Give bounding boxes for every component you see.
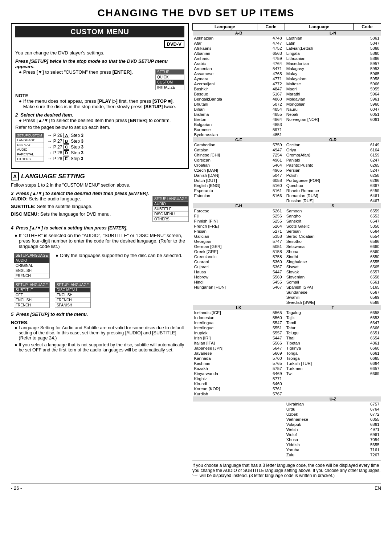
table-row: Corsican4961Panjabi6247 (193, 158, 381, 163)
bullet-symbol: ● (19, 69, 22, 75)
audio-section: AUDIO: Sets the audio language. (11, 196, 147, 201)
table-row: Assamese4765Malay5965 (193, 71, 381, 76)
table-row: Wolof6961 (193, 432, 381, 437)
page: CHANGING THE DVD SET UP ITEMS CUSTOM MEN… (0, 0, 392, 554)
table-row: Georgian5747Sesotho6566 (193, 239, 381, 244)
table-row: Amharic4759Lithuanian5866 (193, 56, 381, 61)
page-footer: - 26 - EN (11, 484, 381, 491)
disc-menu-desc: Sets the language for DVD menu. (40, 211, 111, 217)
table-row: Byelorussian4851 (193, 132, 381, 137)
subtitle-submenu: SETUPLANGUAGE SUBTITLE OFF ENGLISH FRENC… (14, 282, 50, 308)
dvd-badge-row: DVD-V (15, 40, 184, 50)
table-row: Volapuk6861 (193, 422, 381, 427)
table-row: Aymara4771Malayalam5958 (193, 76, 381, 81)
step5-bold: 5 Press [SETUP] to exit the menu. (11, 311, 189, 317)
table-row: Sundanese6567 (193, 290, 381, 295)
notes-bullet2: ● If you select a language that is not s… (15, 342, 189, 353)
audio-submenu: SETUPLANGUAGE AUDIO ORIGINAL ENGLISH FRE… (14, 253, 50, 278)
audio-label: AUDIO: (11, 196, 28, 201)
note1-text: If the menu does not appear, press [PLAY… (23, 98, 184, 109)
table-row: Catalan4947Oriya6164 (193, 147, 381, 152)
left-column: CUSTOM MENU DVD-V You can change the DVD… (11, 23, 189, 478)
table-row: Japanese [JPN]5647Tigrinya6660 (193, 346, 381, 351)
table-row: Czech [DAN]4965Persian5247 (193, 168, 381, 173)
language-table: Language Code Language Code A-BL-NAbkhaz… (192, 23, 381, 457)
table-row: English [ENG]5160Quechua6367 (193, 183, 381, 188)
notes2-text: If you select a language that is not sup… (19, 342, 189, 353)
mini-menu-initialize: INITIALIZE (156, 85, 184, 90)
table-row: Kashmiri5765Turkish [TUR]6664 (193, 361, 381, 366)
discmenu-submenu: SETUPLANGUAGE DISC MENU ENGLISH FRENCH S… (55, 282, 91, 308)
setup-custom-diagram: SETUPCUSTOM LANGUAGE DISPLAY AUDIO PAREN… (15, 133, 44, 162)
table-row: Swedish [SWE]6568 (193, 300, 381, 305)
diag-setup-custom: SETUPCUSTOM LANGUAGE DISPLAY AUDIO PAREN… (15, 133, 44, 162)
subtitle-section: SUBTITLE: Sets the subtitle language. (11, 204, 147, 209)
step2-bold: 2 Select the desired item. (15, 112, 184, 118)
col4-header: Code (353, 24, 381, 30)
table-row: Kirghiz5771 (193, 376, 381, 381)
table-row: Irish [IRI]5447Thai6654 (193, 335, 381, 341)
lang-submenu-row: SETUPLANGUAGE AUDIO ORIGINAL ENGLISH FRE… (11, 253, 189, 280)
step2-bullet1: ● Press [▲/▼] to select the desired item… (19, 118, 184, 123)
dvd-v-badge: DVD-V (164, 40, 184, 48)
setup-language-menu: SETUPLANGUAGE AUDIO SUBTITLE DISC MENU O… (152, 196, 189, 222)
step3-bold: 3 Press [▲/▼] to select the desired item… (11, 191, 189, 196)
table-row: Faroese5261Samoan6559 (193, 208, 381, 213)
table-row: French [FRE]5264Scots Gaelic5350 (193, 224, 381, 229)
lang-settings-row: AUDIO: Sets the audio language. SUBTITLE… (11, 196, 189, 223)
table-row: Kirundi6460 (193, 381, 381, 386)
table-row: Indonesian5560Tajik6653 (193, 315, 381, 320)
note-label: NOTE (15, 93, 28, 98)
bullet2-text: Only the languages supported by the disc… (60, 253, 183, 258)
step-row-c: → P 27 C Step 3 (48, 144, 83, 150)
step-row-d: → P 28 D Step 3 (48, 150, 83, 155)
other-bullet: ● If "OTHER" is selected on the "AUDIO",… (15, 233, 189, 249)
table-row: Bashkir4847Maori5955 (193, 86, 381, 91)
audio-desc: Sets the audio language. (29, 196, 81, 201)
table-row: Yiddish5655 (193, 442, 381, 447)
step2-refer-text: Refer to the pages below to set up each … (15, 125, 184, 130)
table-row: Afrikaans4752Latvian;Lettish5868 (193, 46, 381, 51)
custom-menu-title: CUSTOM MENU (15, 26, 184, 37)
mini-menu-custom: CUSTOM (156, 80, 184, 85)
table-row: Italian [ITA]5566Tibetan4861 (193, 341, 381, 346)
table-row: Hausa5447Slovak6557 (193, 269, 381, 274)
step1-bullet1-text: Press [▼] to select "CUSTOM" then press … (23, 69, 133, 75)
table-row: Bhutani5072Mongolian5960 (193, 102, 381, 107)
table-row: Russian [RUS]6467 (193, 198, 381, 203)
table-row: German [GER]5051Setswana6660 (193, 244, 381, 249)
step-row-a: → P 26 A Step 3 (48, 133, 83, 138)
table-row: Afar4747Latin5847 (193, 41, 381, 46)
table-row: Bihari4854Nauru6047 (193, 107, 381, 112)
notes1-text: Language Setting for Audio and Subtitle … (19, 325, 189, 341)
table-row: Bulgarian4853 (193, 122, 381, 127)
lang-items: AUDIO: Sets the audio language. SUBTITLE… (11, 196, 147, 223)
bullet2-container: ● Only the languages supported by the di… (52, 253, 189, 280)
table-row: Kurdish5767 (193, 391, 381, 396)
mini-menu-header: SETUP (156, 70, 184, 74)
language-setting-label: LANGUAGE SETTING (21, 173, 85, 180)
col2-header: Code (257, 24, 285, 30)
table-row: Arabic4764Macedonian5957 (193, 61, 381, 66)
table-row: Korean [KOR]5761 (193, 386, 381, 391)
bottom-note: If you choose a language that has a 3 le… (192, 460, 381, 478)
disc-menu-section: DISC MENU: Sets the language for DVD men… (11, 211, 147, 217)
arrow-steps: → P 26 A Step 3 → P 27 B Step 3 → (48, 133, 83, 162)
disc-menu-label: DISC MENU: (11, 211, 39, 217)
custom-menu-box: CUSTOM MENU DVD-V You can change the DVD… (11, 23, 189, 169)
note-bullet1: ● If the menu does not appear, press [PL… (19, 98, 184, 109)
table-row: Hungarian [HUN]5467Spanish [SPA]5165 (193, 285, 381, 290)
bullet-sym-note: ● (19, 98, 22, 109)
mini-menu-quick: QUICK (156, 74, 184, 80)
note-section: NOTE ● If the menu does not appear, pres… (15, 93, 184, 109)
table-row: Chinese [CHI]7254Oromo(Afan)6159 (193, 152, 381, 158)
language-setting-section: A LANGUAGE SETTING Follow steps 1 to 2 i… (11, 172, 189, 353)
table-row: Danish [DAN]5047Polish6258 (193, 173, 381, 178)
table-row: Basque5167Marathi5964 (193, 91, 381, 97)
bullet1-text: If "OTHER" is selected on the "AUDIO", "… (19, 233, 189, 249)
step1-bold: Press [SETUP] twice in the stop mode so … (15, 58, 184, 69)
subtitle-discmenu-row: SETUPLANGUAGE SUBTITLE OFF ENGLISH FRENC… (11, 282, 189, 309)
table-row: Dutch [DUT]6058Portuguese [POR]6266 (193, 178, 381, 183)
step-row-e: → P 28 E Step 3 (48, 156, 83, 161)
table-row: Azerbaijani4772Maltese5966 (193, 81, 381, 86)
